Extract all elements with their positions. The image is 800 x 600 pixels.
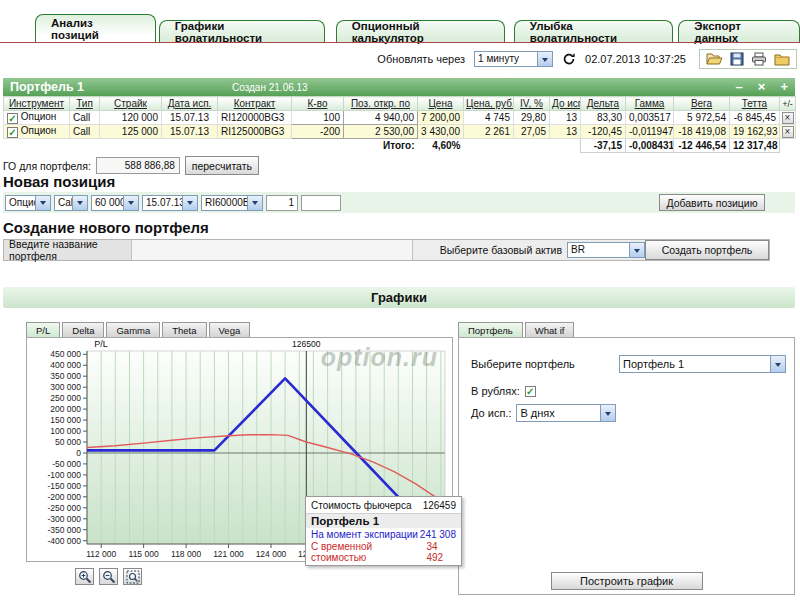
column-header[interactable]: К-во (292, 97, 344, 111)
save-icon[interactable] (730, 52, 744, 66)
new-position-form: Опцион Call 60 000 15.07.13M RI60000BG3 … (3, 192, 795, 213)
close-icon[interactable]: × (758, 80, 766, 94)
position-checkbox[interactable]: ✓ (7, 127, 18, 138)
chart-tab[interactable]: Theta (162, 322, 206, 337)
svg-text:P/L: P/L (94, 339, 108, 349)
days-label: До исп.: (471, 407, 511, 419)
cell[interactable]: 4 940,00 (344, 111, 418, 125)
positions-table: ИнструментТипСтрайкДата исп.КонтрактК-во… (3, 96, 796, 153)
portfolio-name-input[interactable] (132, 240, 413, 260)
column-header[interactable]: Цена, руб. (464, 97, 514, 111)
totals-row: Итого: 4,60% -37,15 -0,008431 -12 446,54… (4, 139, 796, 153)
instrument-cell: ✓ Опцион (4, 111, 70, 125)
chevron-down-icon (770, 356, 785, 372)
column-header[interactable]: Контракт (218, 97, 292, 111)
cell: RI125000BG3 (218, 125, 292, 139)
column-header[interactable]: Тетта (730, 97, 780, 111)
cell: Call (70, 111, 100, 125)
option-type-select[interactable]: Call (54, 195, 88, 211)
settings-tab[interactable]: What if (525, 322, 575, 337)
svg-text:250 000: 250 000 (50, 393, 81, 403)
column-header[interactable]: Дельта (581, 97, 626, 111)
add-position-button[interactable]: Добавить позицию (659, 194, 765, 211)
chart-tab[interactable]: Gamma (106, 322, 160, 337)
column-header[interactable]: IV, % (514, 97, 550, 111)
chart-settings-panel: ПортфельWhat if Выберите портфель Портфе… (458, 322, 795, 595)
refresh-interval-label: Обновлять через (377, 53, 465, 65)
expiry-select[interactable]: 15.07.13M (142, 195, 198, 211)
chevron-down-icon (629, 243, 644, 257)
portfolio-title: Портфель 1 (10, 80, 84, 94)
zoom-reset-icon[interactable] (123, 568, 142, 585)
column-header[interactable]: Дата исп. (162, 97, 218, 111)
main-tab[interactable]: Опционный калькулятор (336, 20, 505, 43)
position-checkbox[interactable]: ✓ (7, 113, 18, 124)
futures-price-value: 126459 (423, 500, 456, 511)
svg-text:115 000: 115 000 (129, 549, 159, 559)
cell[interactable]: 2 530,00 (344, 125, 418, 139)
create-portfolio-button[interactable]: Создать портфель (645, 240, 769, 260)
column-header[interactable]: Страйк (100, 97, 162, 111)
print-icon[interactable] (751, 52, 767, 66)
cell: 15.07.13 (162, 111, 218, 125)
cell: 4 745 (464, 111, 514, 125)
main-tab[interactable]: Улыбка волатильности (514, 20, 674, 43)
chart-tab[interactable]: P/L (26, 322, 60, 337)
svg-text:-250 000: -250 000 (47, 503, 81, 513)
portfolio-select[interactable]: Портфель 1 (619, 355, 786, 373)
add-icon[interactable]: + (780, 80, 788, 94)
build-chart-button[interactable]: Построить график (551, 572, 703, 590)
svg-text:50 000: 50 000 (55, 437, 81, 447)
qty-input[interactable]: 1 (266, 195, 298, 211)
price-input[interactable] (301, 195, 341, 211)
recalculate-button[interactable]: пересчитать (185, 156, 259, 175)
strike-select[interactable]: 60 000 (91, 195, 139, 211)
svg-text:-200 000: -200 000 (47, 492, 81, 502)
svg-text:126500: 126500 (292, 339, 321, 349)
instrument-select[interactable]: Опцион (5, 195, 51, 211)
column-header[interactable]: Поз. откр. по (344, 97, 418, 111)
charts-section-header: Графики (3, 287, 795, 308)
svg-text:112 000: 112 000 (86, 549, 116, 559)
chart-tab[interactable]: Vega (209, 322, 251, 337)
totals-theta: 12 317,48 (730, 139, 780, 153)
new-position-heading: Новая позиция (3, 173, 115, 190)
column-header[interactable]: Тип (70, 97, 100, 111)
rubles-checkbox[interactable]: ✓ (525, 386, 536, 397)
column-header[interactable]: Гамма (626, 97, 674, 111)
margin-label: ГО для портфеля: (3, 160, 91, 172)
cell: 27,05 (514, 125, 550, 139)
new-portfolio-heading: Создание нового портфеля (3, 219, 209, 236)
column-header[interactable]: Инструмент (4, 97, 70, 111)
cell: 13 (550, 125, 581, 139)
cell[interactable]: 100 (292, 111, 344, 125)
svg-text:-350 000: -350 000 (47, 525, 81, 535)
main-tab[interactable]: Графики волатильности (159, 20, 325, 43)
column-header[interactable]: +/- (780, 97, 796, 111)
main-tab[interactable]: Экспорт данных (678, 20, 800, 43)
main-tab-bar: Анализ позицийГрафики волатильностиОпцио… (35, 14, 800, 43)
expiration-series-value: 241 308 (420, 529, 456, 540)
delete-position-button[interactable]: × (782, 126, 794, 138)
days-select[interactable]: В днях (516, 404, 616, 422)
zoom-out-icon[interactable] (99, 568, 118, 585)
column-header[interactable]: Вега (674, 97, 730, 111)
refresh-icon[interactable] (562, 52, 576, 66)
zoom-in-icon[interactable] (75, 568, 94, 585)
delete-position-button[interactable]: × (782, 112, 794, 124)
open-file-icon[interactable] (706, 52, 723, 66)
settings-tab[interactable]: Портфель (458, 322, 523, 337)
column-header[interactable]: Цена (418, 97, 464, 111)
folder-icon[interactable] (774, 52, 790, 66)
chart-tab-bar: P/LDeltaGammaThetaVega (26, 322, 453, 337)
minimize-icon[interactable]: – (736, 80, 743, 94)
column-header[interactable]: До исп. (550, 97, 581, 111)
cell[interactable]: -200 (292, 125, 344, 139)
contract-select[interactable]: RI60000BG3 (201, 195, 263, 211)
chevron-down-icon (35, 196, 50, 210)
refresh-interval-select[interactable]: 1 минуту (474, 51, 553, 67)
chart-tab[interactable]: Delta (62, 322, 104, 337)
margin-value-field[interactable]: 588 886,88 (96, 157, 180, 174)
base-asset-select[interactable]: BR (567, 242, 645, 258)
main-tab[interactable]: Анализ позиций (35, 14, 156, 43)
